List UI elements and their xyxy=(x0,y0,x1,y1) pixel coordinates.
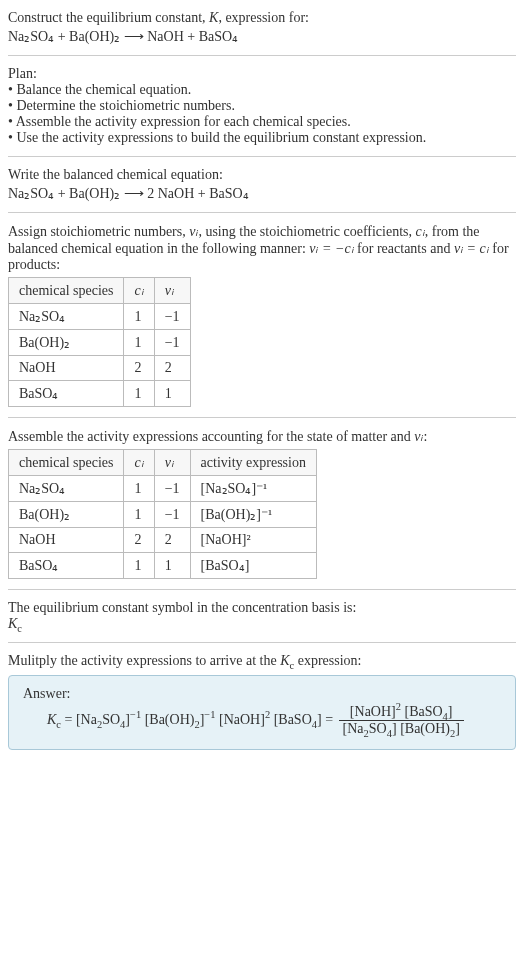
col-c: cᵢ xyxy=(124,450,154,476)
col-activity: activity expression xyxy=(190,450,316,476)
cell-species: NaOH xyxy=(9,356,124,381)
answer-box: Answer: Kc = [Na2SO4]−1 [Ba(OH)2]−1 [NaO… xyxy=(8,675,516,750)
cell-c: 2 xyxy=(124,528,154,553)
table-row: Na₂SO₄ 1 −1 [Na₂SO₄]⁻¹ xyxy=(9,476,317,502)
relation: νᵢ = cᵢ xyxy=(454,241,489,256)
text: Assemble the activity expressions accoun… xyxy=(8,429,414,444)
table-row: NaOH 2 2 [NaOH]² xyxy=(9,528,317,553)
kc-symbol-line: The equilibrium constant symbol in the c… xyxy=(8,600,516,616)
cell-c: 1 xyxy=(124,330,154,356)
cell-activity: [BaSO₄] xyxy=(190,553,316,579)
problem-line1: Construct the equilibrium constant, K, e… xyxy=(8,10,516,26)
relation: νᵢ = −cᵢ xyxy=(309,241,353,256)
fraction: [NaOH]2 [BaSO4] [Na2SO4] [Ba(OH)2] xyxy=(339,704,464,737)
divider xyxy=(8,642,516,643)
plan-bullet: • Determine the stoichiometric numbers. xyxy=(8,98,516,114)
text: , using the stoichiometric coefficients, xyxy=(198,224,415,239)
col-nu: νᵢ xyxy=(154,278,190,304)
cell-activity: [NaOH]² xyxy=(190,528,316,553)
plan-bullet: • Use the activity expressions to build … xyxy=(8,130,516,146)
balanced-equation: Na₂SO₄ + Ba(OH)₂ ⟶ 2 NaOH + BaSO₄ xyxy=(8,185,516,202)
cell-species: Na₂SO₄ xyxy=(9,476,124,502)
plan-bullet: • Assemble the activity expression for e… xyxy=(8,114,516,130)
nu-symbol: νᵢ xyxy=(414,429,423,444)
denominator: [Na2SO4] [Ba(OH)2] xyxy=(339,721,464,737)
divider xyxy=(8,156,516,157)
text: Assign stoichiometric numbers, xyxy=(8,224,189,239)
stoich-table: chemical species cᵢ νᵢ Na₂SO₄ 1 −1 Ba(OH… xyxy=(8,277,191,407)
answer-expression: Kc = [Na2SO4]−1 [Ba(OH)2]−1 [NaOH]2 [BaS… xyxy=(47,704,501,737)
cell-species: Ba(OH)₂ xyxy=(9,502,124,528)
kc-symbol-section: The equilibrium constant symbol in the c… xyxy=(8,600,516,632)
text: : xyxy=(424,429,428,444)
table-header-row: chemical species cᵢ νᵢ xyxy=(9,278,191,304)
cell-c: 2 xyxy=(124,356,154,381)
numerator: [NaOH]2 [BaSO4] xyxy=(339,704,464,721)
problem-statement: Construct the equilibrium constant, K, e… xyxy=(8,10,516,45)
text: Construct the equilibrium constant, xyxy=(8,10,209,25)
table-header-row: chemical species cᵢ νᵢ activity expressi… xyxy=(9,450,317,476)
multiply-section: Mulitply the activity expressions to arr… xyxy=(8,653,516,669)
cell-nu: −1 xyxy=(154,304,190,330)
cell-activity: [Na₂SO₄]⁻¹ xyxy=(190,476,316,502)
plan-section: Plan: • Balance the chemical equation. •… xyxy=(8,66,516,146)
cell-nu: 2 xyxy=(154,356,190,381)
cell-nu: −1 xyxy=(154,502,190,528)
ci-symbol: cᵢ xyxy=(416,224,425,239)
cell-species: BaSO₄ xyxy=(9,381,124,407)
kc-symbol: Kc xyxy=(280,653,294,668)
cell-c: 1 xyxy=(124,381,154,407)
table-row: BaSO₄ 1 1 xyxy=(9,381,191,407)
cell-c: 1 xyxy=(124,476,154,502)
balanced-section: Write the balanced chemical equation: Na… xyxy=(8,167,516,202)
stoich-section: Assign stoichiometric numbers, νᵢ, using… xyxy=(8,223,516,407)
stoich-intro: Assign stoichiometric numbers, νᵢ, using… xyxy=(8,223,516,273)
K-symbol: K xyxy=(209,10,218,25)
answer-label: Answer: xyxy=(23,686,501,702)
cell-species: Ba(OH)₂ xyxy=(9,330,124,356)
cell-species: NaOH xyxy=(9,528,124,553)
col-species: chemical species xyxy=(9,450,124,476)
divider xyxy=(8,55,516,56)
plan-title: Plan: xyxy=(8,66,516,82)
cell-nu: 1 xyxy=(154,381,190,407)
col-nu: νᵢ xyxy=(154,450,190,476)
text: expression: xyxy=(294,653,361,668)
divider xyxy=(8,589,516,590)
table-row: Ba(OH)₂ 1 −1 xyxy=(9,330,191,356)
text: for reactants and xyxy=(354,241,454,256)
cell-c: 1 xyxy=(124,304,154,330)
cell-nu: −1 xyxy=(154,330,190,356)
table-row: BaSO₄ 1 1 [BaSO₄] xyxy=(9,553,317,579)
balanced-title: Write the balanced chemical equation: xyxy=(8,167,516,183)
col-species: chemical species xyxy=(9,278,124,304)
text: , expression for: xyxy=(218,10,309,25)
activity-title: Assemble the activity expressions accoun… xyxy=(8,428,516,445)
cell-species: BaSO₄ xyxy=(9,553,124,579)
table-row: Ba(OH)₂ 1 −1 [Ba(OH)₂]⁻¹ xyxy=(9,502,317,528)
table-row: Na₂SO₄ 1 −1 xyxy=(9,304,191,330)
plan-bullet: • Balance the chemical equation. xyxy=(8,82,516,98)
col-c: cᵢ xyxy=(124,278,154,304)
cell-nu: 1 xyxy=(154,553,190,579)
divider xyxy=(8,417,516,418)
table-row: NaOH 2 2 xyxy=(9,356,191,381)
cell-c: 1 xyxy=(124,553,154,579)
kc-symbol: Kc xyxy=(8,616,516,632)
activity-section: Assemble the activity expressions accoun… xyxy=(8,428,516,579)
cell-nu: 2 xyxy=(154,528,190,553)
activity-table: chemical species cᵢ νᵢ activity expressi… xyxy=(8,449,317,579)
cell-c: 1 xyxy=(124,502,154,528)
unbalanced-equation: Na₂SO₄ + Ba(OH)₂ ⟶ NaOH + BaSO₄ xyxy=(8,28,516,45)
cell-species: Na₂SO₄ xyxy=(9,304,124,330)
cell-activity: [Ba(OH)₂]⁻¹ xyxy=(190,502,316,528)
divider xyxy=(8,212,516,213)
text: Mulitply the activity expressions to arr… xyxy=(8,653,280,668)
cell-nu: −1 xyxy=(154,476,190,502)
